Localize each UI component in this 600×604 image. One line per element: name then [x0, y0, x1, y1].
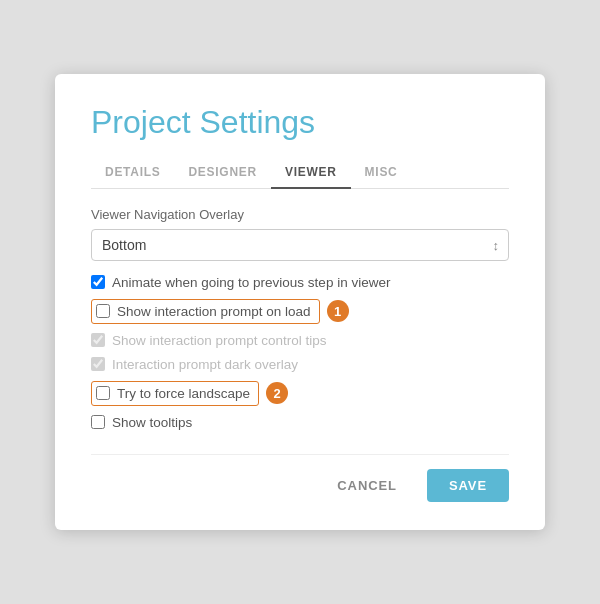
show-tooltips-checkbox[interactable] [91, 415, 105, 429]
interaction-prompt-checkbox[interactable] [96, 304, 110, 318]
navigation-overlay-label: Viewer Navigation Overlay [91, 207, 509, 222]
project-settings-dialog: Project Settings DETAILS DESIGNER VIEWER… [55, 74, 545, 530]
navigation-overlay-select-wrapper: Bottom Top Left Right None ↕ [91, 229, 509, 261]
animate-prev-step-label: Animate when going to previous step in v… [112, 275, 390, 290]
tab-misc[interactable]: MISC [351, 159, 412, 189]
force-landscape-highlighted: Try to force landscape [91, 381, 259, 406]
interaction-prompt-label: Show interaction prompt on load [117, 304, 311, 319]
animate-prev-step-checkbox[interactable] [91, 275, 105, 289]
tabs-bar: DETAILS DESIGNER VIEWER MISC [91, 159, 509, 189]
navigation-overlay-select[interactable]: Bottom Top Left Right None [91, 229, 509, 261]
dark-overlay-label: Interaction prompt dark overlay [112, 357, 298, 372]
badge-2: 2 [266, 382, 288, 404]
badge-1: 1 [327, 300, 349, 322]
interaction-prompt-highlighted: Show interaction prompt on load [91, 299, 320, 324]
force-landscape-row: Try to force landscape 2 [91, 381, 509, 406]
force-landscape-label: Try to force landscape [117, 386, 250, 401]
cancel-button[interactable]: CANCEL [319, 469, 415, 502]
dialog-footer: CANCEL SAVE [91, 454, 509, 502]
interaction-prompt-row: Show interaction prompt on load 1 [91, 299, 509, 324]
dark-overlay-row: Interaction prompt dark overlay [91, 357, 509, 372]
prompt-control-tips-row: Show interaction prompt control tips [91, 333, 509, 348]
prompt-control-tips-checkbox [91, 333, 105, 347]
force-landscape-checkbox[interactable] [96, 386, 110, 400]
tab-designer[interactable]: DESIGNER [174, 159, 270, 189]
dark-overlay-checkbox [91, 357, 105, 371]
show-tooltips-label: Show tooltips [112, 415, 192, 430]
save-button[interactable]: SAVE [427, 469, 509, 502]
tab-viewer[interactable]: VIEWER [271, 159, 351, 189]
show-tooltips-row: Show tooltips [91, 415, 509, 430]
prompt-control-tips-label: Show interaction prompt control tips [112, 333, 327, 348]
animate-prev-step-row: Animate when going to previous step in v… [91, 275, 509, 290]
dialog-title: Project Settings [91, 104, 509, 141]
tab-details[interactable]: DETAILS [91, 159, 174, 189]
